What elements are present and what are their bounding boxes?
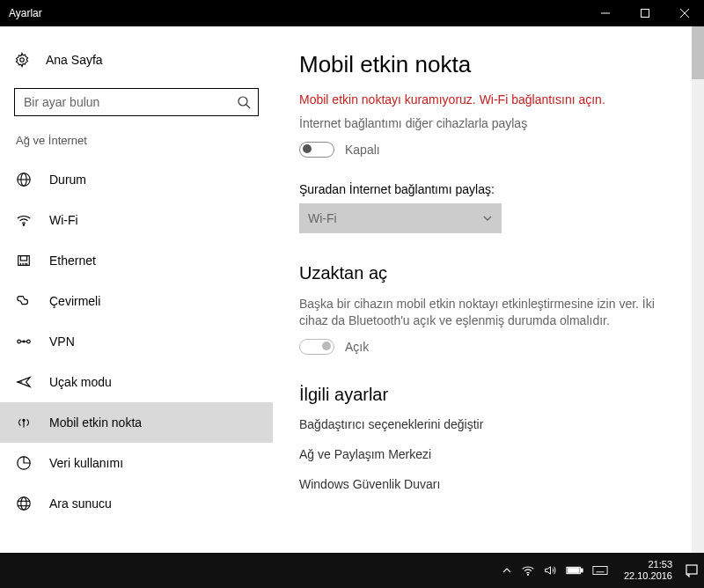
link-adapter-options[interactable]: Bağdaştırıcı seçeneklerini değiştir <box>299 417 678 431</box>
svg-point-20 <box>23 341 25 342</box>
sidebar-item-hotspot[interactable]: Mobil etkin nokta <box>0 402 273 443</box>
sidebar-item-ethernet[interactable]: Ethernet <box>14 240 264 281</box>
svg-point-17 <box>18 340 21 343</box>
taskbar-date: 22.10.2016 <box>624 570 672 582</box>
system-tray: 21:53 22.10.2016 <box>502 559 699 582</box>
data-usage-icon <box>16 455 32 471</box>
sidebar-item-label: Wi-Fi <box>49 213 78 227</box>
svg-line-6 <box>246 105 250 108</box>
sidebar-group-label: Ağ ve İnternet <box>14 134 264 147</box>
error-message: Mobil etkin noktayı kuramıyoruz. Wi-Fi b… <box>299 92 678 107</box>
svg-point-25 <box>18 497 30 510</box>
window-title: Ayarlar <box>0 7 585 19</box>
remote-toggle[interactable]: Açık <box>299 339 678 355</box>
remote-description: Başka bir cihazın mobil etkin noktayı et… <box>299 296 678 330</box>
sidebar-item-vpn[interactable]: VPN <box>14 321 264 362</box>
svg-rect-12 <box>20 256 26 261</box>
vpn-icon <box>16 334 32 349</box>
share-from-label: Şuradan İnternet bağlantımı paylaş: <box>299 182 678 196</box>
share-description: İnternet bağlantımı diğer cihazlarla pay… <box>299 115 678 133</box>
keyboard-tray-icon[interactable] <box>592 565 608 576</box>
remote-heading: Uzaktan aç <box>299 263 678 283</box>
volume-tray-icon[interactable] <box>544 564 557 577</box>
wifi-icon <box>16 212 32 228</box>
search-input[interactable] <box>24 95 237 109</box>
sidebar-item-proxy[interactable]: Ara sunucu <box>14 483 264 524</box>
proxy-icon <box>16 496 32 511</box>
remote-toggle-label: Açık <box>345 340 369 354</box>
share-toggle-label: Kapalı <box>345 143 380 157</box>
svg-point-10 <box>23 224 24 225</box>
sidebar-item-label: Veri kullanımı <box>49 456 123 470</box>
svg-point-4 <box>20 58 25 62</box>
chevron-down-icon <box>482 213 493 224</box>
svg-rect-40 <box>686 565 697 574</box>
sidebar-item-airplane[interactable]: Uçak modu <box>14 362 264 402</box>
sidebar-item-datausage[interactable]: Veri kullanımı <box>14 443 264 483</box>
svg-point-5 <box>238 97 247 106</box>
sidebar-item-label: Durum <box>49 173 86 187</box>
hotspot-icon <box>16 415 32 430</box>
chevron-up-icon[interactable] <box>502 565 512 576</box>
svg-point-18 <box>27 340 31 343</box>
taskbar-clock[interactable]: 21:53 22.10.2016 <box>624 559 672 582</box>
taskbar: 21:53 22.10.2016 <box>0 553 704 588</box>
gear-icon <box>14 52 30 68</box>
notifications-tray-icon[interactable] <box>685 563 699 577</box>
sidebar-item-label: Ara sunucu <box>49 496 112 511</box>
ethernet-icon <box>16 253 32 268</box>
sidebar-item-dialup[interactable]: Çevirmeli <box>14 281 264 321</box>
link-network-center[interactable]: Ağ ve Paylaşım Merkezi <box>299 447 678 461</box>
window-body: Ana Sayfa Ağ ve İnternet Durum Wi-Fi Eth… <box>0 26 704 553</box>
svg-rect-31 <box>581 569 583 572</box>
close-button[interactable] <box>664 0 704 26</box>
airplane-icon <box>16 374 32 390</box>
sidebar-item-label: VPN <box>49 334 75 349</box>
home-label: Ana Sayfa <box>46 53 103 67</box>
sidebar-item-label: Uçak modu <box>49 375 112 389</box>
sidebar-item-label: Ethernet <box>49 254 96 268</box>
share-from-dropdown[interactable]: Wi-Fi <box>299 203 502 233</box>
vertical-scrollbar[interactable] <box>692 26 704 553</box>
svg-point-29 <box>527 574 528 575</box>
scrollbar-thumb[interactable] <box>692 26 704 79</box>
minimize-button[interactable] <box>585 0 625 26</box>
page-title: Mobil etkin nokta <box>299 51 678 78</box>
svg-rect-1 <box>641 10 649 18</box>
sidebar-item-wifi[interactable]: Wi-Fi <box>14 200 264 240</box>
battery-tray-icon[interactable] <box>566 565 583 576</box>
svg-rect-32 <box>568 569 579 573</box>
sidebar-item-label: Çevirmeli <box>49 294 100 308</box>
related-heading: İlgili ayarlar <box>299 385 678 405</box>
maximize-button[interactable] <box>625 0 664 26</box>
home-link[interactable]: Ana Sayfa <box>14 44 264 76</box>
dropdown-value: Wi-Fi <box>308 211 337 225</box>
svg-point-26 <box>21 497 26 510</box>
svg-rect-33 <box>593 567 607 575</box>
sidebar: Ana Sayfa Ağ ve İnternet Durum Wi-Fi Eth… <box>0 26 273 553</box>
search-icon <box>237 95 251 109</box>
svg-point-23 <box>23 419 25 421</box>
search-input-container[interactable] <box>14 88 259 116</box>
globe-icon <box>16 172 32 187</box>
sidebar-item-status[interactable]: Durum <box>14 159 264 200</box>
content-pane: Mobil etkin nokta Mobil etkin noktayı ku… <box>273 26 704 553</box>
wifi-tray-icon[interactable] <box>521 564 535 577</box>
taskbar-time: 21:53 <box>624 559 672 570</box>
titlebar: Ayarlar <box>0 0 704 26</box>
link-firewall[interactable]: Windows Güvenlik Duvarı <box>299 477 678 491</box>
sidebar-item-label: Mobil etkin nokta <box>49 415 142 430</box>
dialup-icon <box>16 293 32 309</box>
share-toggle[interactable]: Kapalı <box>299 142 678 158</box>
